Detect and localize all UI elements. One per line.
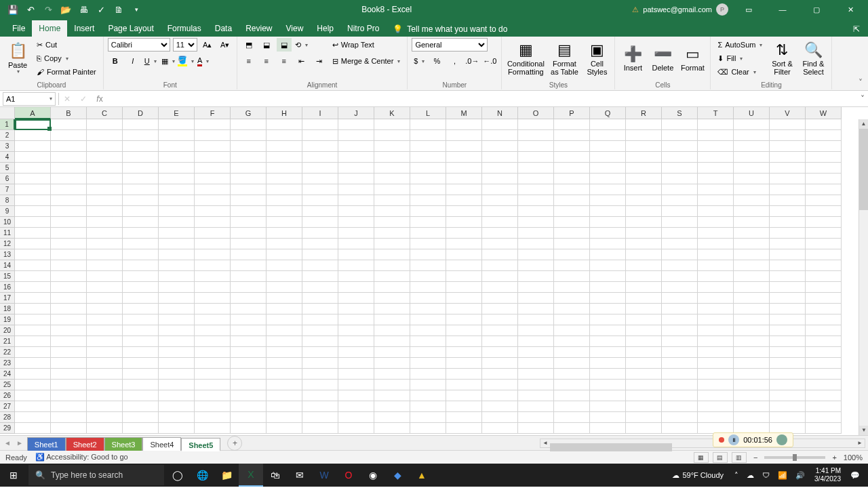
cell[interactable] <box>231 336 267 347</box>
cell[interactable] <box>698 206 734 217</box>
cell[interactable] <box>770 260 806 271</box>
cell[interactable] <box>734 325 770 336</box>
cell[interactable] <box>698 358 734 369</box>
cell[interactable] <box>698 314 734 325</box>
cell[interactable] <box>626 336 662 347</box>
cell[interactable] <box>662 239 698 249</box>
column-header[interactable]: O <box>518 107 554 119</box>
weather-widget[interactable]: ☁ 59°F Cloudy <box>672 471 724 480</box>
cell[interactable] <box>554 282 590 293</box>
cell[interactable] <box>338 130 374 141</box>
minimize-button[interactable]: — <box>769 0 796 19</box>
cell[interactable] <box>554 271 590 282</box>
row-header[interactable]: 5 <box>0 163 15 174</box>
cell[interactable] <box>482 390 518 401</box>
align-middle-button[interactable]: ⬓ <box>259 38 274 52</box>
cell[interactable] <box>554 380 590 390</box>
cell[interactable] <box>338 184 374 195</box>
column-header[interactable]: L <box>410 107 446 119</box>
cell[interactable] <box>446 347 482 358</box>
cell[interactable] <box>195 195 231 206</box>
cell[interactable] <box>734 412 770 423</box>
find-select-button[interactable]: 🔍Find & Select <box>799 38 827 80</box>
cell[interactable] <box>123 141 159 152</box>
cell[interactable] <box>734 206 770 217</box>
row-header[interactable]: 4 <box>0 152 15 163</box>
new-icon[interactable]: 🗎 <box>114 5 123 14</box>
cell[interactable] <box>15 195 51 206</box>
cell[interactable] <box>267 390 302 401</box>
cell[interactable] <box>482 206 518 217</box>
row-header[interactable]: 29 <box>0 423 15 434</box>
cell[interactable] <box>231 423 267 434</box>
cell[interactable] <box>159 271 195 282</box>
column-header[interactable]: B <box>51 107 87 119</box>
cell[interactable] <box>267 271 302 282</box>
cell[interactable] <box>51 314 87 325</box>
cell[interactable] <box>195 401 231 412</box>
row-header[interactable]: 2 <box>0 130 15 141</box>
ribbon-display-icon[interactable]: ▭ <box>735 0 762 19</box>
cell[interactable] <box>195 390 231 401</box>
tab-data[interactable]: Data <box>208 20 239 37</box>
column-header[interactable]: C <box>87 107 123 119</box>
cell[interactable] <box>806 249 842 260</box>
cell[interactable] <box>446 271 482 282</box>
cell[interactable] <box>231 152 267 163</box>
clear-button[interactable]: ⌫Clear▾ <box>715 65 765 79</box>
new-sheet-button[interactable]: + <box>227 436 242 451</box>
cell[interactable] <box>374 206 410 217</box>
cell[interactable] <box>518 390 554 401</box>
scroll-up-button[interactable]: ▲ <box>859 119 868 129</box>
cell[interactable] <box>15 412 51 423</box>
cell[interactable] <box>734 358 770 369</box>
cell[interactable] <box>267 314 302 325</box>
row-header[interactable]: 6 <box>0 174 15 184</box>
cell[interactable] <box>159 369 195 380</box>
app-icon-2[interactable]: ▲ <box>410 464 434 487</box>
cell[interactable] <box>446 412 482 423</box>
cell[interactable] <box>518 206 554 217</box>
merge-center-button[interactable]: ⊟Merge & Center▾ <box>330 54 403 68</box>
cell[interactable] <box>806 390 842 401</box>
cell[interactable] <box>159 260 195 271</box>
file-explorer-icon[interactable]: 📁 <box>214 464 239 487</box>
cell[interactable] <box>87 282 123 293</box>
cell[interactable] <box>267 152 302 163</box>
cell[interactable] <box>87 217 123 228</box>
cell[interactable] <box>123 336 159 347</box>
cell[interactable] <box>698 401 734 412</box>
taskbar-clock[interactable]: 1:41 PM 3/4/2023 <box>810 467 845 483</box>
cell[interactable] <box>662 206 698 217</box>
cell[interactable] <box>374 325 410 336</box>
cell[interactable] <box>195 304 231 314</box>
cell[interactable] <box>410 390 446 401</box>
tab-review[interactable]: Review <box>239 20 279 37</box>
cancel-formula-button[interactable]: ✕ <box>59 94 75 104</box>
cell[interactable] <box>482 163 518 174</box>
cell[interactable] <box>446 195 482 206</box>
align-bottom-button[interactable]: ⬓ <box>277 38 292 52</box>
cell[interactable] <box>374 336 410 347</box>
cell[interactable] <box>482 239 518 249</box>
sheet-tab[interactable]: Sheet3 <box>104 437 143 451</box>
cell[interactable] <box>482 423 518 434</box>
cell[interactable] <box>554 228 590 239</box>
cell[interactable] <box>15 141 51 152</box>
cell[interactable] <box>159 358 195 369</box>
cell[interactable] <box>518 282 554 293</box>
row-header[interactable]: 10 <box>0 217 15 228</box>
zoom-out-button[interactable]: − <box>751 453 760 462</box>
comma-format-button[interactable]: , <box>447 54 462 68</box>
cell[interactable] <box>15 304 51 314</box>
cell[interactable] <box>302 325 338 336</box>
cell[interactable] <box>698 119 734 130</box>
cell[interactable] <box>410 380 446 390</box>
cell[interactable] <box>267 141 302 152</box>
cell[interactable] <box>267 239 302 249</box>
cell[interactable] <box>410 152 446 163</box>
cell[interactable] <box>662 325 698 336</box>
select-all-button[interactable] <box>0 107 15 119</box>
decrease-indent-button[interactable]: ⇤ <box>294 54 309 68</box>
cell[interactable] <box>15 174 51 184</box>
